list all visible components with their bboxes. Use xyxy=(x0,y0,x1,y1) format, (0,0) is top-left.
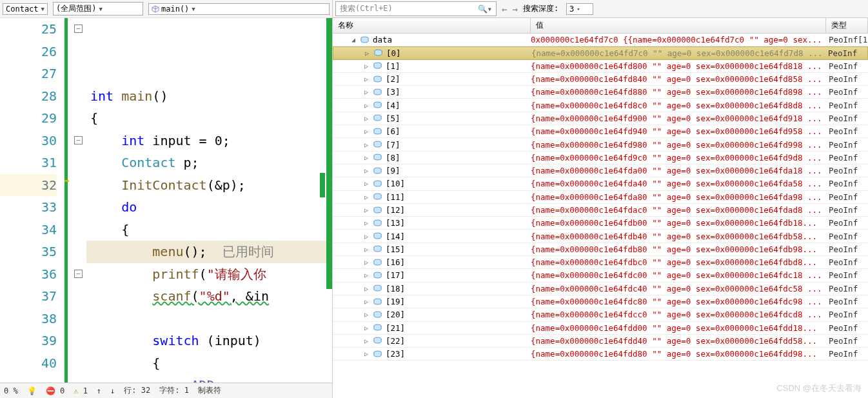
expand-icon[interactable]: ▷ xyxy=(362,141,370,148)
item-type: PeoInf xyxy=(826,140,868,150)
tree-row[interactable]: ▷[16]{name=0x000000c1e64fdbc0 "" age=0 s… xyxy=(333,256,868,269)
tree-row[interactable]: ▷[9]{name=0x000000c1e64fda00 "" age=0 se… xyxy=(333,164,868,177)
tree-row[interactable]: ▷[10]{name=0x000000c1e64fda40 "" age=0 s… xyxy=(333,177,868,190)
scope-dropdown[interactable]: (全局范围)▼ xyxy=(53,2,143,15)
expand-icon[interactable]: ▷ xyxy=(362,102,370,109)
code-line[interactable]: menu(); 已用时间 xyxy=(86,241,332,263)
expand-icon[interactable]: ▷ xyxy=(362,219,370,226)
code-line[interactable]: do xyxy=(86,196,332,219)
code-line[interactable]: int input = 0; xyxy=(86,130,332,152)
expand-icon[interactable]: ▷ xyxy=(362,154,370,161)
tree-row[interactable]: ▷[18]{name=0x000000c1e64fdc40 "" age=0 s… xyxy=(333,283,868,295)
item-value: {name=0x000000c1e64fd880 "" age=0 sex=0x… xyxy=(531,87,826,97)
expand-icon[interactable]: ▷ xyxy=(362,206,370,214)
tree-row[interactable]: ▷[22]{name=0x000000c1e64fdd40 "" age=0 s… xyxy=(333,335,868,348)
item-type: PeoInf xyxy=(826,349,868,359)
nav-up-icon[interactable]: ↑ xyxy=(97,386,101,395)
expand-icon[interactable]: ▷ xyxy=(362,324,370,332)
tree-row[interactable]: ▷[3]{name=0x000000c1e64fd880 "" age=0 se… xyxy=(333,86,868,99)
nav-down-icon[interactable]: ↓ xyxy=(110,386,115,395)
item-type: PeoInf xyxy=(826,257,868,267)
item-value: {name=0x000000c1e64fda40 "" age=0 sex=0x… xyxy=(531,179,826,188)
watch-tree[interactable]: ◢data0x000000c1e64fd7c0 {{name=0x000000c… xyxy=(333,34,868,398)
expand-icon[interactable]: ▷ xyxy=(362,63,370,70)
expand-icon[interactable]: ▷ xyxy=(362,298,370,305)
item-type: PeoInf xyxy=(826,284,868,294)
tree-row[interactable]: ▷[23]{name=0x000000c1e64fdd80 "" age=0 s… xyxy=(333,348,868,361)
fold-toggle[interactable]: − xyxy=(74,270,83,278)
expand-icon[interactable]: ▷ xyxy=(362,180,370,187)
warning-icon[interactable]: ⚠ xyxy=(74,386,78,395)
expand-icon[interactable]: ▷ xyxy=(363,50,371,57)
expand-icon[interactable]: ▷ xyxy=(362,272,370,279)
watch-toolbar: 搜索(Ctrl+E)🔍▾ ← → 搜索深度: 3▾ xyxy=(333,0,868,18)
tree-row[interactable]: ▷[0]{name=0x000000c1e64fd7c0 "" age=0 se… xyxy=(333,46,868,59)
tree-row[interactable]: ▷[14]{name=0x000000c1e64fdb40 "" age=0 s… xyxy=(333,230,868,243)
code-line[interactable]: Contact p; xyxy=(86,152,332,174)
tree-row[interactable]: ▷[7]{name=0x000000c1e64fd980 "" age=0 se… xyxy=(333,138,868,151)
fold-toggle[interactable]: − xyxy=(74,136,83,144)
code-line[interactable]: { xyxy=(86,219,332,241)
tree-row[interactable]: ▷[20]{name=0x000000c1e64fdcc0 "" age=0 s… xyxy=(333,308,868,321)
expand-icon[interactable]: ◢ xyxy=(350,36,357,43)
expand-icon[interactable]: ▷ xyxy=(362,233,370,240)
item-type: PeoInf xyxy=(826,166,868,175)
zoom-level[interactable]: 0 % xyxy=(4,386,18,395)
tree-row[interactable]: ▷[2]{name=0x000000c1e64fd840 "" age=0 se… xyxy=(333,73,868,86)
search-input[interactable]: 搜索(Ctrl+E)🔍▾ xyxy=(335,1,497,16)
code-editor[interactable]: 25262728293031323334353637383940 ➨ −−− i… xyxy=(0,18,332,383)
tree-row[interactable]: ▷[4]{name=0x000000c1e64fd8c0 "" age=0 se… xyxy=(333,99,868,112)
expand-icon[interactable]: ▷ xyxy=(362,115,370,122)
tree-row[interactable]: ◢data0x000000c1e64fd7c0 {{name=0x000000c… xyxy=(333,34,868,46)
expand-icon[interactable]: ▷ xyxy=(362,259,370,266)
col-indicator: 字符: 1 xyxy=(159,385,189,396)
expand-icon[interactable]: ▷ xyxy=(362,167,370,174)
expand-icon[interactable]: ▷ xyxy=(362,285,370,292)
function-dropdown[interactable]: main()▼ xyxy=(148,3,330,15)
tree-row[interactable]: ▷[6]{name=0x000000c1e64fd940 "" age=0 se… xyxy=(333,125,868,138)
fold-toggle[interactable]: − xyxy=(74,25,83,33)
tree-row[interactable]: ▷[12]{name=0x000000c1e64fdac0 "" age=0 s… xyxy=(333,204,868,217)
code-line[interactable]: switch (input) xyxy=(86,330,332,352)
col-name[interactable]: 名称 xyxy=(333,18,531,33)
code-line[interactable]: int main() xyxy=(86,85,332,108)
expand-icon[interactable]: ▷ xyxy=(362,75,370,83)
tree-row[interactable]: ▷[8]{name=0x000000c1e64fd9c0 "" age=0 se… xyxy=(333,152,868,164)
bulb-icon[interactable]: 💡 xyxy=(27,386,37,395)
tree-row[interactable]: ▷[13]{name=0x000000c1e64fdb00 "" age=0 s… xyxy=(333,217,868,230)
code-line[interactable]: InitContact(&p); xyxy=(86,174,332,197)
col-value[interactable]: 值 xyxy=(531,18,826,33)
expand-icon[interactable]: ▷ xyxy=(362,350,370,357)
item-type: PeoInf xyxy=(826,244,868,254)
col-type[interactable]: 类型 xyxy=(826,18,868,33)
tree-row[interactable]: ▷[17]{name=0x000000c1e64fdc00 "" age=0 s… xyxy=(333,269,868,282)
expand-icon[interactable]: ▷ xyxy=(362,311,370,318)
tree-row[interactable]: ▷[5]{name=0x000000c1e64fd900 "" age=0 se… xyxy=(333,112,868,125)
nav-back-icon[interactable]: ← xyxy=(502,4,507,14)
nav-fwd-icon[interactable]: → xyxy=(512,4,517,14)
depth-dropdown[interactable]: 3▾ xyxy=(566,3,593,15)
item-name: [4] xyxy=(386,101,400,110)
context-dropdown[interactable]: Contact▼ xyxy=(3,3,48,15)
code-line[interactable]: printf("请输入你 xyxy=(86,263,332,286)
item-type: PeoInf xyxy=(826,218,868,228)
code-area[interactable]: int main(){ int input = 0; Contact p; In… xyxy=(86,18,332,383)
tree-row[interactable]: ▷[19]{name=0x000000c1e64fdc80 "" age=0 s… xyxy=(333,295,868,308)
item-name: [13] xyxy=(386,218,405,228)
code-line[interactable]: { xyxy=(86,107,332,130)
tree-row[interactable]: ▷[15]{name=0x000000c1e64fdb80 "" age=0 s… xyxy=(333,243,868,256)
expand-icon[interactable]: ▷ xyxy=(362,88,370,95)
code-line[interactable] xyxy=(86,308,332,330)
code-line[interactable]: scanf("%d", &in xyxy=(86,285,332,308)
struct-icon xyxy=(373,298,383,306)
expand-icon[interactable]: ▷ xyxy=(362,128,370,135)
expand-icon[interactable]: ▷ xyxy=(362,246,370,253)
code-line[interactable]: case ADD: xyxy=(86,374,332,383)
code-line[interactable]: { xyxy=(86,352,332,375)
tree-row[interactable]: ▷[1]{name=0x000000c1e64fd800 "" age=0 se… xyxy=(333,60,868,73)
expand-icon[interactable]: ▷ xyxy=(362,194,370,201)
expand-icon[interactable]: ▷ xyxy=(362,337,370,344)
error-icon[interactable]: ⛔ xyxy=(46,386,55,395)
tree-row[interactable]: ▷[21]{name=0x000000c1e64fdd00 "" age=0 s… xyxy=(333,322,868,335)
tree-row[interactable]: ▷[11]{name=0x000000c1e64fda80 "" age=0 s… xyxy=(333,191,868,204)
